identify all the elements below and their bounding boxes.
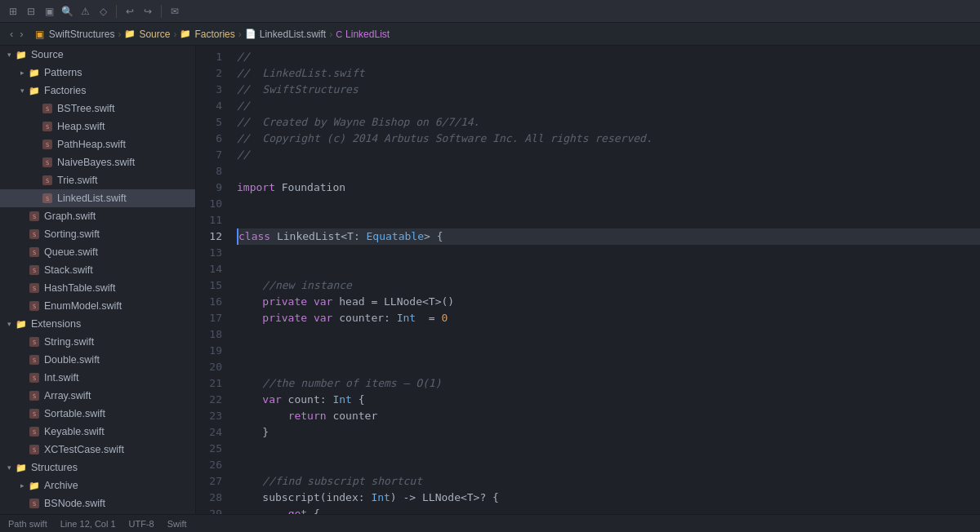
grid-icon[interactable]: ⊞ [7, 5, 20, 18]
sidebar-item-trie[interactable]: STrie.swift [0, 171, 195, 189]
code-line-22: var count: Int { [237, 392, 980, 408]
warning-icon[interactable]: ⚠ [78, 5, 91, 18]
code-line-23: return counter [237, 408, 980, 424]
svg-text:S: S [33, 447, 36, 454]
code-line-19 [237, 343, 980, 359]
code-area[interactable]: //// LinkedList.swift// SwiftStructures/… [230, 46, 980, 514]
factories-folder-icon: 📁 [28, 84, 41, 97]
code-line-2: // LinkedList.swift [237, 65, 980, 82]
breadcrumb-linkedlist-class[interactable]: LinkedList [345, 29, 390, 40]
sidebar-item-bsnode[interactable]: SBSNode.swift [0, 494, 195, 512]
message-icon[interactable]: ✉ [168, 5, 181, 18]
sidebar-item-factories[interactable]: ▾📁Factories [0, 82, 195, 100]
code-line-25 [237, 441, 980, 457]
breadcrumb-source[interactable]: Source [139, 29, 170, 40]
sidebar-item-sortable[interactable]: SSortable.swift [0, 405, 195, 423]
breadcrumb-nav: ‹ › [8, 28, 25, 40]
code-line-4: // [237, 98, 980, 114]
line-number-19: 19 [196, 343, 222, 359]
sidebar-item-string[interactable]: SString.swift [0, 333, 195, 351]
code-line-17: private var counter: Int = 0 [237, 310, 980, 326]
sidebar-item-xctestcase[interactable]: SXCTestCase.swift [0, 441, 195, 459]
line-number-20: 20 [196, 359, 222, 375]
breadcrumb-project[interactable]: SwiftStructures [49, 29, 115, 40]
breadcrumb-back[interactable]: ‹ [8, 28, 15, 40]
svg-text:S: S [33, 393, 36, 400]
line-number-24: 24 [196, 424, 222, 441]
svg-text:S: S [33, 286, 36, 292]
svg-text:S: S [46, 196, 49, 202]
undo-icon[interactable]: ↩ [123, 5, 136, 18]
minus-icon[interactable]: ⊟ [24, 5, 38, 18]
sidebar-item-graph[interactable]: SGraph.swift [0, 207, 195, 225]
diamond-icon[interactable]: ◇ [96, 5, 109, 18]
sidebar-item-bstree[interactable]: SBSTree.swift [0, 100, 195, 117]
redo-icon[interactable]: ↪ [141, 5, 154, 18]
class-icon: C [336, 29, 342, 39]
linkedlist-file-icon: S [41, 192, 54, 205]
sidebar-item-hashtable[interactable]: SHashTable.swift [0, 279, 195, 297]
sidebar-item-pathheap[interactable]: SPathHeap.swift [0, 135, 195, 153]
sidebar-item-extensions[interactable]: ▾📁Extensions [0, 315, 195, 333]
sortable-file-icon: S [28, 407, 41, 420]
code-line-10 [237, 196, 980, 212]
main-layout: ▾📁Source▸📁Patterns▾📁FactoriesSBSTree.swi… [0, 46, 980, 514]
sidebar-item-naivebayes[interactable]: SNaiveBayes.swift [0, 153, 195, 171]
extensions-arrow-icon: ▾ [3, 318, 15, 330]
code-line-11 [237, 212, 980, 228]
sidebar-item-patterns[interactable]: ▸📁Patterns [0, 64, 195, 82]
string-label: String.swift [44, 336, 195, 348]
search-icon[interactable]: 🔍 [60, 5, 74, 18]
editor-content[interactable]: 1234567891011121314151617181920212223242… [196, 46, 980, 514]
line-number-1: 1 [196, 49, 222, 65]
line-number-3: 3 [196, 82, 222, 98]
breadcrumb-linkedlist-file[interactable]: LinkedList.swift [260, 29, 326, 40]
line-number-6: 6 [196, 131, 222, 147]
line-number-27: 27 [196, 473, 222, 490]
sorting-label: Sorting.swift [44, 228, 195, 240]
breadcrumb-factories[interactable]: Factories [194, 29, 234, 40]
sidebar-item-queue[interactable]: SQueue.swift [0, 243, 195, 261]
line-number-23: 23 [196, 408, 222, 424]
stack-file-icon: S [28, 264, 41, 277]
enummodel-label: EnumModel.swift [44, 300, 195, 312]
code-line-20 [237, 359, 980, 375]
naivebayes-label: NaiveBayes.swift [57, 157, 195, 168]
svg-text:S: S [46, 124, 49, 131]
sidebar-item-heap[interactable]: SHeap.swift [0, 117, 195, 135]
svg-text:S: S [33, 357, 36, 364]
sidebar-item-archive[interactable]: ▸📁Archive [0, 477, 195, 494]
line-number-5: 5 [196, 114, 222, 131]
sidebar-item-double[interactable]: SDouble.swift [0, 351, 195, 369]
sidebar-item-enummodel[interactable]: SEnumModel.swift [0, 297, 195, 315]
sidebar-item-linkedlist[interactable]: SLinkedList.swift [0, 189, 195, 207]
graph-file-icon: S [28, 210, 41, 223]
sidebar-item-sorting[interactable]: SSorting.swift [0, 225, 195, 243]
status-path-label: Path swift [8, 519, 47, 529]
square-icon[interactable]: ▣ [42, 5, 56, 18]
sidebar-item-int[interactable]: SInt.swift [0, 369, 195, 387]
patterns-folder-icon: 📁 [28, 66, 41, 79]
line-number-14: 14 [196, 261, 222, 277]
line-number-28: 28 [196, 490, 222, 506]
line-number-17: 17 [196, 310, 222, 326]
pathheap-file-icon: S [41, 138, 54, 151]
line-number-25: 25 [196, 441, 222, 457]
sidebar-item-array[interactable]: SArray.swift [0, 387, 195, 405]
trie-label: Trie.swift [57, 175, 195, 186]
xctestcase-label: XCTestCase.swift [44, 444, 195, 455]
line-number-18: 18 [196, 326, 222, 343]
toolbar-divider-2 [161, 5, 162, 18]
int-file-icon: S [28, 371, 41, 384]
sidebar-item-structures[interactable]: ▾📁Structures [0, 459, 195, 477]
status-bar: Path swift Line 12, Col 1 UTF-8 Swift [0, 514, 980, 532]
toolbar-divider [116, 5, 117, 18]
archive-folder-icon: 📁 [28, 479, 41, 492]
structures-label: Structures [31, 462, 195, 473]
sidebar-item-keyable[interactable]: SKeyable.swift [0, 423, 195, 441]
line-number-16: 16 [196, 294, 222, 310]
sidebar-item-source[interactable]: ▾📁Source [0, 46, 195, 64]
code-line-21: //the number of items – O(1) [237, 375, 980, 392]
breadcrumb-forward[interactable]: › [18, 28, 24, 40]
sidebar-item-stack[interactable]: SStack.swift [0, 261, 195, 279]
